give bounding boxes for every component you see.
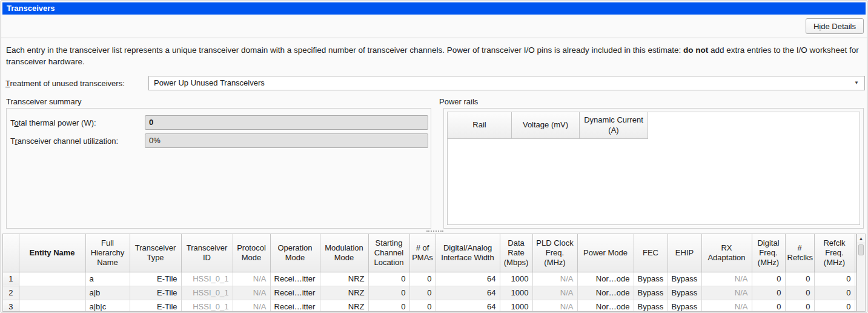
row-number[interactable]: 3 [3, 300, 19, 312]
col-starting-channel-location: Starting Channel Location [368, 234, 409, 272]
table-cell[interactable]: Recei…itter [270, 286, 320, 300]
table-cell[interactable]: 0 [368, 286, 409, 300]
table-cell[interactable]: NRZ [320, 286, 368, 300]
table-cell[interactable]: 0 [785, 300, 814, 312]
table-cell[interactable]: 64 [436, 286, 500, 300]
row-number[interactable]: 2 [3, 286, 19, 300]
table-cell[interactable]: a|b [85, 286, 130, 300]
table-cell[interactable]: 0 [409, 300, 436, 312]
col-data-rate: Data Rate (Mbps) [500, 234, 532, 272]
col-modulation-mode: Modulation Mode [320, 234, 368, 272]
col-full-hierarchy-name: Full Hierarchy Name [85, 234, 130, 272]
vertical-scrollbar[interactable]: ▲ [856, 234, 866, 312]
col-digital-analog-interface-width: Digital/Analog Interface Width [436, 234, 500, 272]
table-cell[interactable] [19, 272, 85, 286]
table-cell[interactable]: E-Tile [130, 300, 181, 312]
table-cell[interactable]: N/A [233, 300, 270, 312]
panel-titlebar: Transceivers [2, 2, 866, 15]
table-cell[interactable]: Recei…itter [270, 300, 320, 312]
dropdown-arrow-icon[interactable]: ▼ [854, 76, 859, 90]
table-cell[interactable] [19, 300, 85, 312]
table-cell[interactable]: 0 [814, 272, 855, 286]
table-cell[interactable]: Bypass [668, 272, 701, 286]
col-entity-name: Entity Name [19, 234, 85, 272]
table-cell[interactable]: N/A [701, 300, 752, 312]
table-cell[interactable]: Bypass [634, 272, 668, 286]
table-cell[interactable]: N/A [701, 286, 752, 300]
table-cell[interactable]: Nor…ode [577, 300, 634, 312]
table-cell[interactable]: N/A [532, 272, 577, 286]
table-cell[interactable]: 0 [752, 300, 785, 312]
col-transceiver-type: Transceiver Type [130, 234, 181, 272]
table-row: 2 a|b E-Tile HSSI_0_1 N/A Recei…itter NR… [3, 286, 856, 300]
table-cell[interactable]: Recei…itter [270, 272, 320, 286]
table-cell[interactable]: HSSI_0_1 [181, 300, 233, 312]
row-number[interactable]: 1 [3, 272, 19, 286]
total-thermal-power-field: 0 [145, 115, 428, 130]
treatment-select[interactable]: Power Up Unused Transceivers ▼ [148, 76, 865, 90]
table-cell[interactable]: Bypass [634, 286, 668, 300]
col-refclk-freq: Refclk Freq. (MHz) [814, 234, 855, 272]
table-cell[interactable]: Nor…ode [577, 272, 634, 286]
table-cell[interactable]: 0 [752, 286, 785, 300]
transceiver-table-region: Entity Name Full Hierarchy Name Transcei… [2, 234, 866, 312]
table-cell[interactable]: E-Tile [130, 286, 181, 300]
table-row: 3 a|b|c E-Tile HSSI_0_1 N/A Recei…itter … [3, 300, 856, 312]
table-cell[interactable]: N/A [532, 300, 577, 312]
table-cell[interactable]: Bypass [634, 300, 668, 312]
table-cell[interactable]: Bypass [668, 286, 701, 300]
col-num-pmas: # of PMAs [409, 234, 436, 272]
channel-utilization-label: Transceiver channel utilization: [10, 136, 118, 146]
transceiver-summary-label: Transceiver summary [6, 97, 81, 106]
col-transceiver-id: Transceiver ID [181, 234, 233, 272]
col-protocol-mode: Protocol Mode [233, 234, 270, 272]
table-cell[interactable]: 0 [368, 300, 409, 312]
power-rails-box: Rail Voltage (mV) Dynamic Current (A) [443, 108, 864, 229]
col-operation-mode: Operation Mode [270, 234, 320, 272]
table-cell[interactable]: 1000 [500, 272, 532, 286]
table-cell[interactable]: 0 [752, 272, 785, 286]
table-cell[interactable]: a [85, 272, 130, 286]
scrollbar-thumb[interactable] [858, 244, 864, 255]
table-cell[interactable]: 0 [814, 300, 855, 312]
table-cell[interactable] [19, 286, 85, 300]
table-cell[interactable]: HSSI_0_1 [181, 272, 233, 286]
col-num-refclks: # Refclks [785, 234, 814, 272]
table-cell[interactable]: 0 [785, 286, 814, 300]
col-rx-adaptation: RX Adaptation [701, 234, 752, 272]
table-cell[interactable]: 0 [785, 272, 814, 286]
total-thermal-power-label: Total thermal power (W): [10, 118, 96, 127]
table-cell[interactable]: 0 [814, 286, 855, 300]
col-fec: FEC [634, 234, 668, 272]
description-text: Each entry in the transceiver list repre… [6, 44, 861, 67]
table-cell[interactable]: 1000 [500, 286, 532, 300]
hide-details-button[interactable]: Hide Details [806, 18, 864, 34]
power-rails-header: Rail Voltage (mV) Dynamic Current (A) [448, 112, 860, 139]
rails-col-voltage: Voltage (mV) [512, 112, 580, 139]
rails-col-rail: Rail [448, 112, 512, 139]
table-cell[interactable]: a|b|c [85, 300, 130, 312]
transceivers-panel: Transceivers Hide Details Each entry in … [1, 1, 867, 312]
table-cell[interactable]: 0 [409, 286, 436, 300]
table-cell[interactable]: Bypass [668, 300, 701, 312]
table-cell[interactable]: N/A [233, 286, 270, 300]
table-cell[interactable]: N/A [532, 286, 577, 300]
table-cell[interactable]: Nor…ode [577, 286, 634, 300]
table-cell[interactable]: NRZ [320, 272, 368, 286]
scroll-up-icon[interactable]: ▲ [857, 234, 865, 243]
table-cell[interactable]: N/A [701, 272, 752, 286]
splitter-handle[interactable] [426, 231, 443, 232]
corner-header [3, 234, 19, 272]
table-cell[interactable]: NRZ [320, 300, 368, 312]
table-cell[interactable]: N/A [233, 272, 270, 286]
col-digital-freq: Digital Freq. (MHz) [752, 234, 785, 272]
table-cell[interactable]: 1000 [500, 300, 532, 312]
table-cell[interactable]: HSSI_0_1 [181, 286, 233, 300]
table-cell[interactable]: 0 [409, 272, 436, 286]
table-cell[interactable]: 64 [436, 300, 500, 312]
table-row: 1 a E-Tile HSSI_0_1 N/A Recei…itter NRZ … [3, 272, 856, 286]
table-cell[interactable]: 64 [436, 272, 500, 286]
transceiver-table: Entity Name Full Hierarchy Name Transcei… [2, 234, 856, 312]
table-cell[interactable]: 0 [368, 272, 409, 286]
table-cell[interactable]: E-Tile [130, 272, 181, 286]
